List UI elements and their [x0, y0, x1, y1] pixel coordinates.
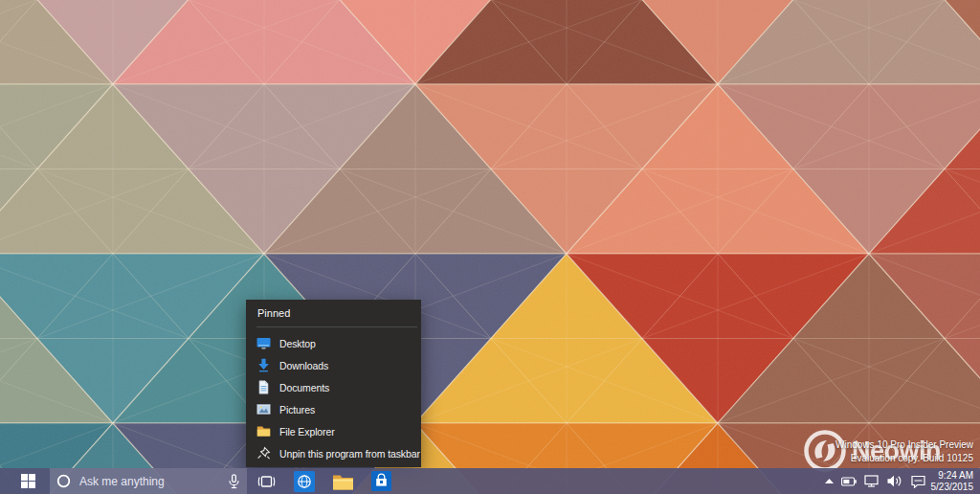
windows-logo-icon — [21, 474, 35, 488]
search-input[interactable] — [78, 474, 229, 489]
jumplist-item-documents[interactable]: Documents — [246, 376, 421, 398]
edge-globe-icon — [294, 471, 315, 492]
picture-icon — [256, 402, 271, 416]
folder-icon — [256, 424, 271, 438]
file-explorer-jumplist: Pinned DesktopDownloadsDocumentsPictures… — [246, 300, 421, 467]
jumplist-item-unpin-this-program-from-taskbar[interactable]: Unpin this program from taskbar — [246, 442, 421, 464]
battery-icon[interactable] — [841, 468, 857, 494]
file-explorer-icon — [332, 473, 354, 490]
cortana-search-box[interactable] — [50, 468, 247, 494]
system-tray: 9:24 AM 5/23/2015 — [817, 468, 980, 494]
jumplist-item-desktop[interactable]: Desktop — [246, 332, 421, 354]
jumplist-item-label: Unpin this program from taskbar — [279, 448, 420, 460]
file-explorer-button[interactable] — [323, 468, 362, 494]
jumplist-item-label: Downloads — [279, 360, 328, 371]
jumplist-item-label: Desktop — [279, 338, 316, 349]
action-center-icon[interactable] — [911, 468, 925, 494]
clock-time: 9:24 AM — [931, 470, 974, 482]
jumplist-item-label: File Explorer — [279, 426, 335, 438]
jumplist-separator — [256, 326, 417, 327]
taskbar: 9:24 AM 5/23/2015 — [0, 468, 980, 494]
tray-chevron-up-icon[interactable] — [825, 468, 834, 494]
task-view-button[interactable] — [247, 468, 285, 494]
network-icon[interactable] — [864, 468, 880, 494]
volume-icon[interactable] — [887, 468, 903, 494]
start-button[interactable] — [0, 468, 56, 494]
wallpaper-noise — [0, 0, 980, 494]
build-watermark-line1: Windows 10 Pro Insider Preview — [835, 438, 973, 452]
store-button[interactable] — [362, 468, 400, 494]
unpin-icon — [256, 446, 271, 460]
store-icon — [371, 471, 391, 491]
cortana-icon — [56, 474, 71, 488]
wallpaper — [0, 0, 980, 494]
clock[interactable]: 9:24 AM 5/23/2015 — [931, 470, 974, 492]
jumplist-item-downloads[interactable]: Downloads — [246, 354, 421, 376]
clock-date: 5/23/2015 — [931, 482, 974, 493]
jumplist-header: Pinned — [246, 300, 421, 319]
jumplist-item-label: Documents — [279, 382, 329, 393]
task-view-icon — [257, 475, 276, 488]
build-watermark: Windows 10 Pro Insider Preview Evaluatio… — [835, 438, 973, 464]
edge-browser-button[interactable] — [285, 468, 323, 494]
document-icon — [256, 380, 271, 394]
desktop-icon — [256, 336, 271, 350]
microphone-icon[interactable] — [229, 474, 239, 489]
jumplist-item-file-explorer[interactable]: File Explorer — [246, 420, 421, 442]
jumplist-item-pictures[interactable]: Pictures — [246, 398, 421, 420]
build-watermark-line2: Evaluation copy. Build 10125 — [835, 452, 973, 465]
desktop: Neowin Windows 10 Pro Insider Preview Ev… — [0, 0, 980, 494]
download-icon — [256, 358, 271, 372]
jumplist-item-label: Pictures — [279, 404, 315, 415]
